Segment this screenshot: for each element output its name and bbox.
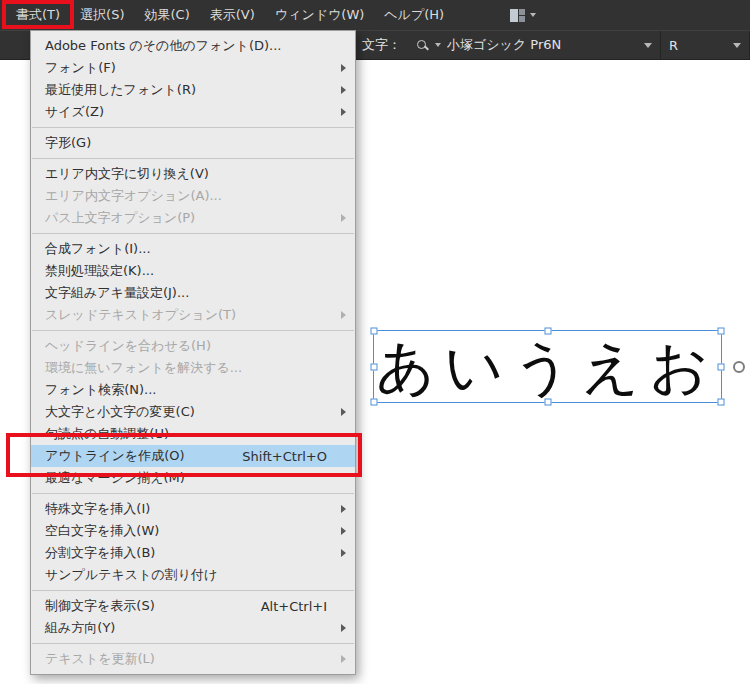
menu-separator: [32, 330, 354, 331]
menu-item-1[interactable]: Adobe Fonts のその他のフォント(D)...: [31, 35, 355, 57]
menu-item-shortcut: Alt+Ctrl+I: [261, 599, 327, 614]
menu-item-27[interactable]: 分割文字を挿入(B): [31, 542, 355, 564]
search-chevron-icon: [435, 43, 441, 47]
menu-item-label: サンプルテキストの割り付け: [45, 566, 327, 584]
menu-item-label: パス上文字オプション(P): [45, 209, 327, 227]
menu-separator: [32, 158, 354, 159]
menu-item-label: 最近使用したフォント(R): [45, 81, 327, 99]
font-style-value: R: [669, 38, 727, 53]
menu-item-18: 環境に無いフォントを解決する...: [31, 357, 355, 379]
menu-item-label: 環境に無いフォントを解決する...: [45, 359, 327, 377]
submenu-arrow-icon: [341, 549, 346, 557]
menubar-item-5[interactable]: ウィンドウ(W): [265, 0, 375, 30]
menu-item-label: フォント(F): [45, 59, 327, 77]
menu-item-20[interactable]: 大文字と小文字の変更(C): [31, 401, 355, 423]
selection-handle-middle-left[interactable]: [371, 363, 378, 370]
menu-item-label: 句読点の自動調整(U): [45, 425, 327, 443]
submenu-arrow-icon: [341, 655, 346, 663]
menubar-item-6[interactable]: ヘルプ(H): [374, 0, 454, 30]
selection-handle-bottom-center[interactable]: [544, 399, 551, 406]
menu-item-label: 特殊文字を挿入(I): [45, 500, 327, 518]
font-style-select[interactable]: R: [661, 31, 750, 59]
menu-item-9: エリア内文字オプション(A)...: [31, 185, 355, 207]
menu-item-22[interactable]: アウトラインを作成(O)Shift+Ctrl+O: [31, 445, 355, 467]
character-label: 文字：: [362, 36, 401, 54]
menu-item-31[interactable]: 組み方向(Y): [31, 617, 355, 639]
menu-item-label: 最適なマージン揃え(M): [45, 469, 327, 487]
workspace-switcher[interactable]: [510, 9, 536, 22]
menu-item-8[interactable]: エリア内文字に切り換え(V): [31, 163, 355, 185]
menu-separator: [32, 233, 354, 234]
font-dropdown-chevron-icon: [644, 43, 652, 48]
selection-handle-bottom-right[interactable]: [718, 399, 725, 406]
menu-item-label: テキストを更新(L): [45, 650, 327, 668]
menu-item-17: ヘッドラインを合わせる(H): [31, 335, 355, 357]
submenu-arrow-icon: [341, 86, 346, 94]
menu-item-shortcut: Shift+Ctrl+O: [242, 449, 327, 464]
menu-item-2[interactable]: フォント(F): [31, 57, 355, 79]
selection-handle-middle-right[interactable]: [718, 363, 725, 370]
submenu-arrow-icon: [341, 505, 346, 513]
menu-item-label: 空白文字を挿入(W): [45, 522, 327, 540]
menu-item-4[interactable]: サイズ(Z): [31, 101, 355, 123]
menu-item-label: アウトラインを作成(O): [45, 447, 224, 465]
artboard-text[interactable]: あいうえお: [376, 331, 718, 403]
menubar-item-4[interactable]: 表示(V): [200, 0, 265, 30]
menu-item-19[interactable]: フォント検索(N)...: [31, 379, 355, 401]
rotate-handle-icon[interactable]: [733, 361, 745, 373]
submenu-arrow-icon: [341, 527, 346, 535]
submenu-arrow-icon: [341, 64, 346, 72]
menu-item-label: スレッドテキストオプション(T): [45, 306, 327, 324]
selection-handle-top-right[interactable]: [718, 328, 725, 335]
menubar-item-1[interactable]: 書式(T): [6, 0, 70, 30]
font-family-select[interactable]: 小塚ゴシック Pr6N: [409, 31, 661, 59]
menu-item-6[interactable]: 字形(G): [31, 132, 355, 154]
menu-separator: [32, 643, 354, 644]
menu-item-12[interactable]: 合成フォント(I)...: [31, 238, 355, 260]
menu-item-30[interactable]: 制御文字を表示(S)Alt+Ctrl+I: [31, 595, 355, 617]
menu-separator: [32, 493, 354, 494]
menu-item-25[interactable]: 特殊文字を挿入(I): [31, 498, 355, 520]
submenu-arrow-icon: [341, 408, 346, 416]
menu-item-label: エリア内文字に切り換え(V): [45, 165, 327, 183]
submenu-arrow-icon: [341, 311, 346, 319]
menu-separator: [32, 127, 354, 128]
menu-item-label: 制御文字を表示(S): [45, 597, 243, 615]
selection-handle-top-center[interactable]: [544, 328, 551, 335]
menu-item-label: エリア内文字オプション(A)...: [45, 187, 327, 205]
menu-item-label: 大文字と小文字の変更(C): [45, 403, 327, 421]
menu-item-14[interactable]: 文字組みアキ量設定(J)...: [31, 282, 355, 304]
menu-item-label: Adobe Fonts のその他のフォント(D)...: [45, 37, 327, 55]
submenu-arrow-icon: [341, 214, 346, 222]
illustrator-window: { "menubar": { "items": [ { "label": "書式…: [0, 0, 750, 684]
menu-item-33: テキストを更新(L): [31, 648, 355, 670]
menu-item-15: スレッドテキストオプション(T): [31, 304, 355, 326]
menu-item-26[interactable]: 空白文字を挿入(W): [31, 520, 355, 542]
menu-separator: [32, 590, 354, 591]
submenu-arrow-icon: [341, 108, 346, 116]
font-name-value: 小塚ゴシック Pr6N: [447, 36, 638, 54]
menu-item-21[interactable]: 句読点の自動調整(U): [31, 423, 355, 445]
menu-item-label: 合成フォント(I)...: [45, 240, 327, 258]
menu-item-28[interactable]: サンプルテキストの割り付け: [31, 564, 355, 586]
menubar-item-3[interactable]: 効果(C): [135, 0, 200, 30]
style-dropdown-chevron-icon: [733, 43, 741, 48]
menu-item-label: 禁則処理設定(K)...: [45, 262, 327, 280]
search-icon: [417, 39, 429, 51]
menu-item-23[interactable]: 最適なマージン揃え(M): [31, 467, 355, 489]
menu-item-label: フォント検索(N)...: [45, 381, 327, 399]
workspace-icon: [510, 9, 525, 22]
selection-handle-bottom-left[interactable]: [371, 399, 378, 406]
menu-item-label: 組み方向(Y): [45, 619, 327, 637]
menu-item-13[interactable]: 禁則処理設定(K)...: [31, 260, 355, 282]
menu-item-label: ヘッドラインを合わせる(H): [45, 337, 327, 355]
type-menu: Adobe Fonts のその他のフォント(D)...フォント(F)最近使用した…: [30, 30, 356, 675]
text-selection-bounding-box[interactable]: あいうえお: [373, 330, 722, 403]
menu-item-label: 文字組みアキ量設定(J)...: [45, 284, 327, 302]
menu-item-label: 分割文字を挿入(B): [45, 544, 327, 562]
menu-bar: 書式(T)選択(S)効果(C)表示(V)ウィンドウ(W)ヘルプ(H): [0, 0, 750, 30]
menu-item-10: パス上文字オプション(P): [31, 207, 355, 229]
selection-handle-top-left[interactable]: [371, 328, 378, 335]
menubar-item-2[interactable]: 選択(S): [70, 0, 134, 30]
menu-item-3[interactable]: 最近使用したフォント(R): [31, 79, 355, 101]
